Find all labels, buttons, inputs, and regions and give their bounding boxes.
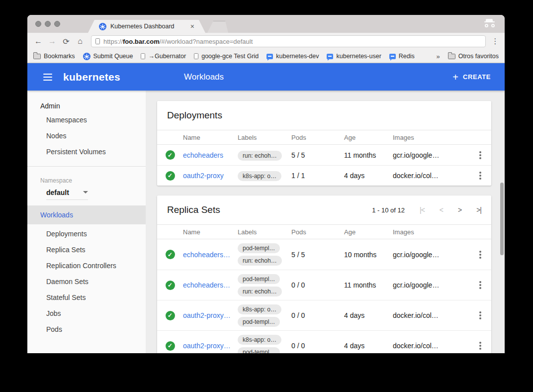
row-menu-icon[interactable] <box>479 154 481 156</box>
images-cell: gcr.io/google… <box>393 251 469 259</box>
reload-button[interactable]: ⟳ <box>60 37 72 46</box>
bookmarks-overflow-icon[interactable]: » <box>436 53 440 60</box>
status-ok-icon: ✓ <box>166 150 175 160</box>
images-cell: docker.io/col… <box>393 311 469 319</box>
label-chip: k8s-app: o… <box>238 304 281 314</box>
age-cell: 11 months <box>344 151 393 159</box>
browser-tab[interactable]: Kubernetes Dashboard × <box>88 20 205 33</box>
sidebar-item-stateful-sets[interactable]: Stateful Sets <box>27 290 146 305</box>
row-menu-icon[interactable] <box>479 254 481 256</box>
table-row: ✓ oauth2-proxy… k8s-app: o… pod-templ… 0… <box>157 300 491 330</box>
sidebar-item-pods[interactable]: Pods <box>27 321 146 337</box>
back-button[interactable]: ← <box>32 37 44 46</box>
sidebar-item-daemon-sets[interactable]: Daemon Sets <box>27 274 146 290</box>
brand-logo[interactable]: kubernetes <box>63 71 120 83</box>
status-ok-icon: ✓ <box>166 341 175 351</box>
resource-link[interactable]: oauth2-proxy… <box>183 311 231 319</box>
kubernetes-icon <box>83 53 90 60</box>
window-controls <box>35 21 60 27</box>
page-security-icon <box>95 38 100 44</box>
pods-cell: 5 / 5 <box>291 251 344 259</box>
column-labels: Labels <box>238 228 291 236</box>
resource-link[interactable]: oauth2-proxy <box>183 172 224 180</box>
next-page-icon[interactable]: > <box>458 206 461 214</box>
deployments-card-title: Deployments <box>167 110 481 121</box>
row-menu-icon[interactable] <box>479 175 481 177</box>
bookmark-submit-queue[interactable]: Submit Queue <box>83 53 133 60</box>
url-host: foo.bar.com <box>123 38 160 45</box>
new-tab-button[interactable] <box>207 21 228 33</box>
table-row: ✓ echoheaders… pod-templ… run: echoh… 5 … <box>157 239 491 270</box>
app-header: kubernetes Workloads + CREATE <box>27 63 505 91</box>
age-cell: 10 months <box>344 251 393 259</box>
row-menu-icon[interactable] <box>479 345 481 347</box>
age-cell: 4 days <box>344 172 393 180</box>
folder-icon <box>33 54 41 59</box>
column-age: Age <box>344 228 393 236</box>
browser-window: Kubernetes Dashboard × ← → ⟳ ⌂ https://f… <box>27 15 505 353</box>
sidebar-item-deployments[interactable]: Deployments <box>27 226 146 242</box>
bookmark-gubernator[interactable]: →Gubernator <box>141 53 186 60</box>
previous-page-icon[interactable]: < <box>440 206 443 214</box>
resource-link[interactable]: echoheaders… <box>183 251 230 259</box>
namespace-select[interactable]: default <box>46 185 88 200</box>
bookmark-redis[interactable]: Redis <box>389 53 415 60</box>
page-title: Workloads <box>184 72 224 82</box>
resource-link[interactable]: echoheaders <box>183 151 223 159</box>
bookmark-other-favorites[interactable]: Otros favoritos <box>448 53 499 60</box>
scrollbar-thumb[interactable] <box>500 183 504 255</box>
namespace-label: Namespace <box>27 167 146 185</box>
tab-close-icon[interactable]: × <box>190 22 194 30</box>
address-bar[interactable]: https://foo.bar.com/#/workload?namespace… <box>91 35 486 47</box>
sidebar-item-jobs[interactable]: Jobs <box>27 305 146 321</box>
row-menu-icon[interactable] <box>479 284 481 286</box>
pods-cell: 5 / 5 <box>291 151 344 159</box>
page-icon <box>194 53 198 59</box>
bookmark-kubernetes-dev[interactable]: kubernetes-dev <box>266 53 319 60</box>
chat-icon <box>327 54 333 59</box>
sidebar-item-persistent-volumes[interactable]: Persistent Volumes <box>27 144 146 160</box>
first-page-icon[interactable]: |< <box>420 206 425 214</box>
close-window-button[interactable] <box>35 21 41 27</box>
page-icon <box>141 53 145 59</box>
images-cell: docker.io/col… <box>393 172 469 180</box>
home-button[interactable]: ⌂ <box>74 37 86 46</box>
sidebar-item-replica-sets[interactable]: Replica Sets <box>27 242 146 258</box>
resource-link[interactable]: oauth2-proxy… <box>183 342 231 350</box>
sidebar-item-nodes[interactable]: Nodes <box>27 128 146 144</box>
folder-icon <box>448 54 455 59</box>
tab-title: Kubernetes Dashboard <box>110 23 186 30</box>
chat-icon <box>389 54 396 59</box>
zoom-window-button[interactable] <box>54 21 60 27</box>
sidebar-item-admin[interactable]: Admin <box>27 91 146 112</box>
sidebar-item-namespaces[interactable]: Namespaces <box>27 112 146 128</box>
status-ok-icon: ✓ <box>166 311 175 320</box>
last-page-icon[interactable]: >| <box>476 206 481 214</box>
label-chip: run: echoh… <box>238 256 282 266</box>
age-cell: 4 days <box>344 311 393 319</box>
kubernetes-favicon <box>99 23 106 30</box>
sidebar-item-replication-controllers[interactable]: Replication Controllers <box>27 258 146 274</box>
minimize-window-button[interactable] <box>45 21 51 27</box>
pods-cell: 0 / 0 <box>291 311 344 319</box>
pagination: 1 - 10 of 12 |< < > >| <box>372 206 481 214</box>
browser-menu-icon[interactable]: ⋮ <box>491 37 500 46</box>
bookmark-google-gce-test-grid[interactable]: google-gce Test Grid <box>194 53 259 60</box>
column-age: Age <box>344 134 393 141</box>
column-images: Images <box>393 134 469 141</box>
sidebar-item-workloads[interactable]: Workloads <box>27 205 146 224</box>
replica-sets-card: Replica Sets 1 - 10 of 12 |< < > >| Name… <box>157 196 491 353</box>
replica-sets-table-header: Name Labels Pods Age Images <box>157 224 491 239</box>
create-button[interactable]: + CREATE <box>452 72 491 82</box>
forward-button[interactable]: → <box>46 37 58 46</box>
table-row: ✓ oauth2-proxy k8s-app: o… 1 / 1 4 days … <box>157 165 491 186</box>
bookmark-bookmarks[interactable]: Bookmarks <box>33 53 75 60</box>
status-ok-icon: ✓ <box>166 250 175 259</box>
hamburger-menu-icon[interactable] <box>43 74 52 81</box>
bookmark-kubernetes-user[interactable]: kubernetes-user <box>327 53 381 60</box>
chat-icon <box>266 54 273 59</box>
resource-link[interactable]: echoheaders… <box>183 281 230 289</box>
images-cell: gcr.io/google… <box>393 151 469 159</box>
incognito-icon <box>484 18 496 29</box>
row-menu-icon[interactable] <box>479 314 481 316</box>
